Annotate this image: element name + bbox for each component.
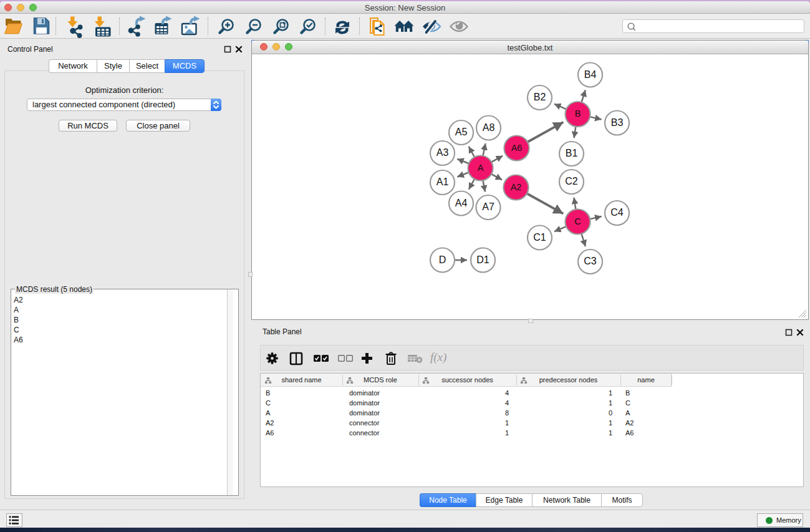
svg-text:A7: A7: [482, 201, 494, 212]
svg-text:B1: B1: [566, 148, 578, 158]
svg-text:B3: B3: [611, 117, 624, 128]
svg-text:A1: A1: [436, 177, 449, 187]
svg-text:C2: C2: [565, 176, 578, 186]
svg-text:A4: A4: [455, 198, 468, 208]
svg-text:A2: A2: [511, 182, 522, 192]
svg-text:C4: C4: [610, 207, 624, 218]
svg-text:C3: C3: [584, 256, 597, 266]
svg-text:B2: B2: [534, 92, 546, 102]
svg-text:D1: D1: [476, 254, 489, 265]
svg-text:A8: A8: [483, 122, 495, 133]
svg-text:A5: A5: [455, 127, 468, 137]
svg-text:A6: A6: [511, 143, 523, 153]
svg-text:A: A: [478, 163, 484, 173]
svg-text:C1: C1: [533, 232, 546, 243]
svg-text:C: C: [574, 216, 581, 226]
svg-text:B4: B4: [584, 69, 597, 80]
svg-text:B: B: [575, 109, 581, 118]
svg-text:D: D: [439, 254, 446, 265]
svg-text:A3: A3: [436, 147, 449, 158]
